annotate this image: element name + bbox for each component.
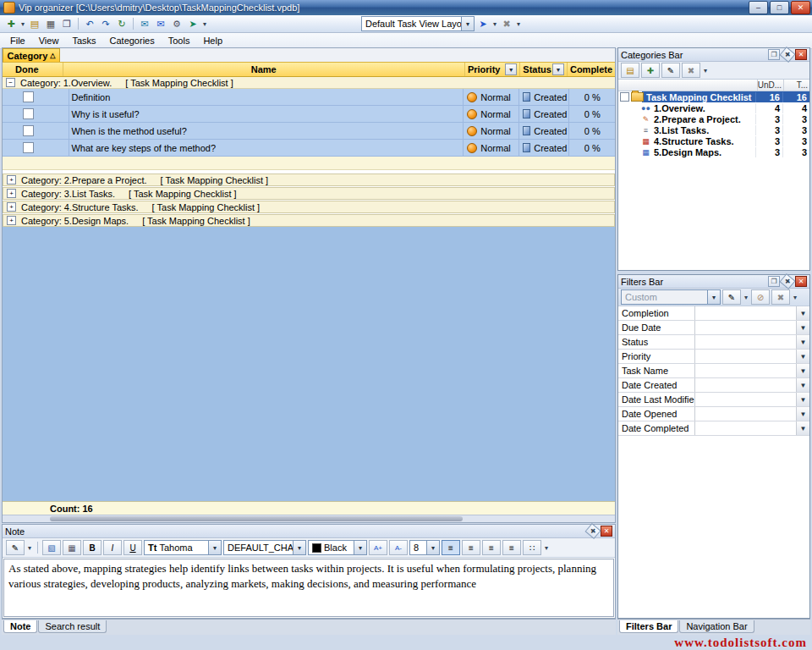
insert-image-icon[interactable]: ▧ [42,540,61,555]
filter-value-cell[interactable]: ▼ [695,407,809,421]
column-header-name[interactable]: Name [63,63,465,76]
filter-dropdown-icon[interactable]: ▾ [743,294,749,301]
menu-tasks[interactable]: Tasks [65,34,102,47]
column-header-priority[interactable]: Priority ▼ [465,63,520,76]
more-dropdown-icon[interactable]: ▾ [515,20,522,28]
filter-value-dropdown-icon[interactable]: ▼ [796,364,809,377]
tree-item-design-maps[interactable]: ▦ 5.Design Maps. 3 3 [618,146,809,157]
edit-note-dropdown-icon[interactable]: ▾ [26,544,33,552]
filter-value-cell[interactable]: ▼ [695,350,809,363]
filter-value-cell[interactable]: ▼ [695,335,809,349]
tab-note[interactable]: Note [3,620,37,633]
filter-preset-dropdown-icon[interactable]: ▾ [707,290,720,304]
close-panel-icon[interactable]: ✕ [795,49,807,60]
undo-icon[interactable]: ↶ [82,17,97,30]
underline-button[interactable]: U [123,540,142,555]
tree-item-overview[interactable]: ●● 1.Overview. 4 4 [618,102,809,113]
tab-navigation-bar[interactable]: Navigation Bar [679,620,754,633]
layout-selector-dropdown-icon[interactable]: ▾ [461,17,474,30]
filter-value-dropdown-icon[interactable]: ▼ [796,350,809,363]
horizontal-scrollbar-thumb[interactable] [50,516,463,521]
layout-selector[interactable]: Default Task View Layout ▾ [361,16,475,31]
column-header-status[interactable]: Status ▼ [520,63,568,76]
filter-value-dropdown-icon[interactable]: ▼ [796,393,809,406]
new-category-icon[interactable]: ▤ [621,63,639,78]
group-header-list-tasks[interactable]: + Category: 3.List Tasks. [ Task Mapping… [3,187,615,200]
expand-group-icon[interactable]: + [7,189,16,198]
align-center-button[interactable]: ≡ [462,540,480,555]
send-mail-icon[interactable]: ✉ [153,17,168,30]
close-panel-icon[interactable]: ✕ [795,276,807,287]
maximize-button[interactable]: □ [770,1,789,14]
tree-item-prepare-project[interactable]: ✎ 2.Prepare a Project. 3 3 [618,113,809,124]
redo-icon[interactable]: ↷ [98,17,113,30]
column-header-complete[interactable]: Complete [568,63,615,76]
filter-value-cell[interactable]: ▼ [695,321,809,334]
delete-filter-icon[interactable]: ✖ [771,289,790,305]
sync-icon[interactable]: ↻ [114,17,129,30]
delete-layout-icon[interactable]: ✖ [499,17,514,30]
tab-search-result[interactable]: Search result [38,620,107,633]
minimize-button[interactable]: – [749,1,768,14]
filter-value-dropdown-icon[interactable]: ▼ [796,378,809,392]
menu-help[interactable]: Help [196,34,229,47]
restore-panel-icon[interactable]: ❐ [768,49,780,60]
expand-group-icon[interactable]: + [7,216,16,225]
pin-icon[interactable]: ✚ [779,273,795,289]
edit-filter-icon[interactable]: ✎ [722,289,741,305]
filter-value-cell[interactable]: ▼ [695,364,809,377]
done-checkbox[interactable] [23,108,34,119]
go-dropdown-icon[interactable]: ▾ [201,20,208,28]
priority-filter-dropdown-icon[interactable]: ▼ [505,63,517,75]
task-row[interactable]: What are key steps of the method? Normal… [3,140,615,157]
go-icon[interactable]: ➤ [185,17,200,30]
new-task-dropdown-icon[interactable]: ▾ [19,20,26,28]
insert-table-icon[interactable]: ▦ [63,540,81,555]
tree-item-task-mapping-checklist[interactable]: − Task Mapping Checklist 16 16 [618,91,809,102]
filter-value-cell[interactable]: ▼ [695,306,809,320]
font-color-dropdown-icon[interactable]: ▾ [354,541,366,554]
charset-combo[interactable]: DEFAULT_CHAR... ▾ [223,540,306,555]
edit-category-icon[interactable]: ✎ [661,63,680,78]
menu-file[interactable]: File [3,34,32,47]
filter-value-dropdown-icon[interactable]: ▼ [796,306,809,320]
filter-preset-combo[interactable]: Custom ▾ [621,289,721,305]
done-checkbox[interactable] [23,142,34,153]
open-icon[interactable]: ▤ [27,17,42,30]
edit-note-button[interactable]: ✎ [6,540,25,555]
close-panel-icon[interactable]: ✕ [601,526,612,537]
italic-button[interactable]: I [103,540,122,555]
task-row[interactable]: Why is it useful? Normal Created 0 % [3,106,615,123]
task-row[interactable]: When is the method useful? Normal Create… [3,123,615,140]
filter-value-dropdown-icon[interactable]: ▼ [796,421,809,435]
tab-filters-bar[interactable]: Filters Bar [619,620,678,633]
close-button[interactable]: ✕ [791,1,810,14]
filter-value-cell[interactable]: ▼ [695,378,809,392]
category-group-tab[interactable]: Category △ [3,48,60,62]
task-row[interactable]: Definition Normal Created 0 % [3,89,615,106]
status-filter-dropdown-icon[interactable]: ▼ [552,63,564,75]
font-family-dropdown-icon[interactable]: ▾ [208,541,221,554]
filters-more-dropdown-icon[interactable]: ▾ [792,294,798,301]
done-checkbox[interactable] [23,91,34,102]
categories-more-dropdown-icon[interactable]: ▾ [702,67,709,74]
font-size-dropdown-icon[interactable]: ▾ [426,541,439,554]
font-size-combo[interactable]: 8 ▾ [409,540,440,555]
done-checkbox[interactable] [23,125,34,136]
decrease-font-icon[interactable]: A- [389,540,408,555]
filter-value-cell[interactable]: ▼ [695,393,809,406]
horizontal-scrollbar[interactable] [3,515,615,522]
expand-group-icon[interactable]: + [7,202,16,212]
group-header-structure-tasks[interactable]: + Category: 4.Structure Tasks. [ Task Ma… [3,201,615,213]
pin-icon[interactable]: ✚ [779,47,795,63]
note-text[interactable]: As stated above, mapping strategies help… [3,559,614,617]
mail-icon[interactable]: ✉ [137,17,152,30]
apply-layout-icon[interactable]: ➤ [475,17,491,30]
restore-panel-icon[interactable]: ❐ [768,276,780,287]
column-header-done[interactable]: Done [3,63,63,76]
delete-category-icon[interactable]: ✖ [682,63,700,78]
note-more-dropdown-icon[interactable]: ▾ [543,544,550,552]
increase-font-icon[interactable]: A+ [369,540,387,555]
align-right-button[interactable]: ≡ [482,540,501,555]
filter-value-dropdown-icon[interactable]: ▼ [796,321,809,334]
